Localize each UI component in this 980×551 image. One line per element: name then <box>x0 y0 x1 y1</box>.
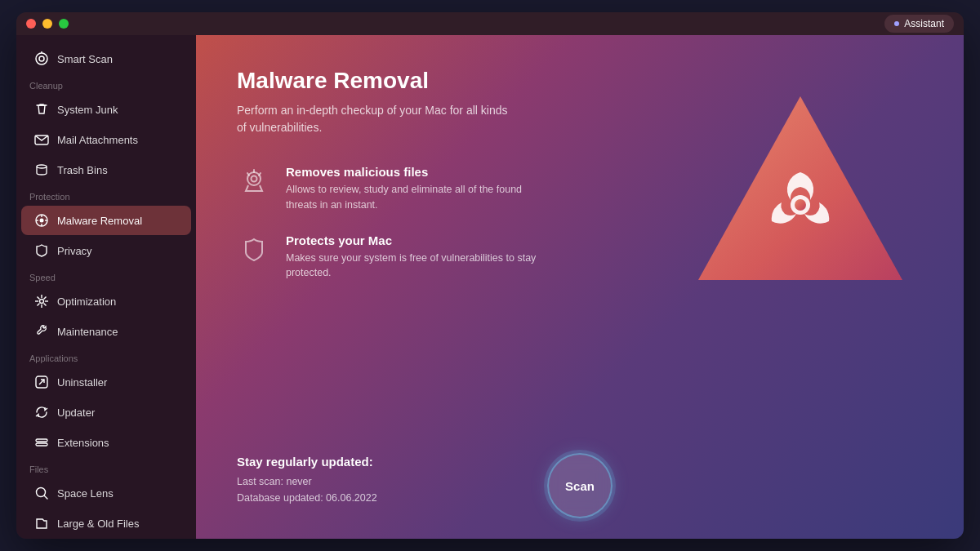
sidebar-item-privacy[interactable]: Privacy <box>21 236 191 265</box>
optimization-icon <box>34 294 49 309</box>
sidebar-item-system-junk[interactable]: System Junk <box>21 95 191 124</box>
feature-removes-malicious: Removes malicious files Allows to review… <box>237 165 547 213</box>
space-lens-icon <box>34 486 49 500</box>
system-junk-label: System Junk <box>57 104 118 116</box>
svg-point-31 <box>795 199 806 211</box>
svg-point-32 <box>247 172 261 185</box>
scan-button-wrap: Scan <box>547 453 612 518</box>
optimization-label: Optimization <box>57 295 116 308</box>
sidebar-item-malware-removal[interactable]: Malware Removal <box>21 206 191 235</box>
scan-button[interactable]: Scan <box>547 453 612 518</box>
extensions-icon <box>34 435 49 450</box>
smart-scan-label: Smart Scan <box>57 53 113 65</box>
svg-point-0 <box>36 53 47 64</box>
sidebar-item-trash-bins[interactable]: Trash Bins <box>21 155 191 184</box>
sidebar-item-maintenance[interactable]: Maintenance <box>21 317 191 346</box>
large-old-files-label: Large & Old Files <box>57 518 139 530</box>
svg-point-6 <box>40 219 44 223</box>
sidebar-item-mail-attachments[interactable]: Mail Attachments <box>21 125 191 154</box>
malware-icon <box>34 213 49 228</box>
svg-point-4 <box>37 165 47 168</box>
svg-line-15 <box>38 297 40 300</box>
content-area: Malware Removal Perform an in-depth chec… <box>196 35 964 539</box>
maximize-button[interactable] <box>59 19 69 29</box>
sidebar-item-smart-scan[interactable]: Smart Scan <box>21 44 191 73</box>
feature-removes-desc: Allows to review, study and eliminate al… <box>286 182 547 213</box>
svg-line-16 <box>44 304 47 306</box>
assistant-dot-icon <box>894 21 899 26</box>
smart-scan-icon <box>34 51 49 66</box>
trash-icon <box>34 162 49 177</box>
updater-label: Updater <box>57 407 95 419</box>
section-label-applications: Applications <box>16 347 196 367</box>
sidebar-item-space-lens[interactable]: Space Lens <box>21 478 191 508</box>
svg-line-21 <box>39 380 44 384</box>
space-lens-label: Space Lens <box>57 487 114 500</box>
mail-attachments-label: Mail Attachments <box>57 134 138 146</box>
feature-removes-title: Removes malicious files <box>286 165 547 179</box>
section-label-cleanup: Cleanup <box>16 74 196 94</box>
assistant-label: Assistant <box>904 18 944 29</box>
svg-point-1 <box>39 56 44 61</box>
feature-protects-desc: Makes sure your system is free of vulner… <box>286 251 547 282</box>
mail-icon <box>34 132 49 147</box>
protects-mac-icon <box>237 233 271 268</box>
sidebar-item-updater[interactable]: Updater <box>21 398 191 427</box>
feature-list: Removes malicious files Allows to review… <box>237 165 547 281</box>
section-label-speed: Speed <box>16 266 196 286</box>
titlebar: Assistant <box>16 12 964 35</box>
svg-line-25 <box>45 496 48 500</box>
sidebar: Smart Scan Cleanup System Junk <box>16 35 196 539</box>
feature-removes-text: Removes malicious files Allows to review… <box>286 165 547 213</box>
maintenance-label: Maintenance <box>57 326 118 338</box>
biohazard-illustration <box>686 84 915 313</box>
privacy-label: Privacy <box>57 245 92 257</box>
traffic-lights <box>26 19 69 29</box>
malware-removal-label: Malware Removal <box>57 215 142 227</box>
minimize-button[interactable] <box>42 19 52 29</box>
updater-icon <box>34 405 49 420</box>
close-button[interactable] <box>26 19 36 29</box>
svg-point-19 <box>40 300 44 304</box>
sidebar-item-optimization[interactable]: Optimization <box>21 287 191 316</box>
feature-protects-mac: Protects your Mac Makes sure your system… <box>237 233 547 282</box>
page-subtitle: Perform an in-depth checkup of your Mac … <box>237 102 514 136</box>
assistant-button[interactable]: Assistant <box>884 15 954 33</box>
removes-malicious-icon <box>237 165 271 199</box>
maintenance-icon <box>34 324 49 339</box>
svg-point-24 <box>37 488 46 497</box>
svg-line-17 <box>44 297 47 300</box>
svg-rect-23 <box>36 443 47 446</box>
system-junk-icon <box>34 102 49 117</box>
sidebar-item-uninstaller[interactable]: Uninstaller <box>21 367 191 397</box>
uninstaller-icon <box>34 375 49 389</box>
svg-line-18 <box>38 304 40 306</box>
feature-protects-title: Protects your Mac <box>286 233 547 247</box>
uninstaller-label: Uninstaller <box>57 376 107 389</box>
app-window: Assistant Smart Scan Cleanup <box>16 12 964 539</box>
svg-rect-22 <box>36 439 47 442</box>
main-content: Smart Scan Cleanup System Junk <box>16 35 964 539</box>
feature-protects-text: Protects your Mac Makes sure your system… <box>286 233 547 282</box>
section-label-files: Files <box>16 458 196 478</box>
section-label-protection: Protection <box>16 185 196 205</box>
sidebar-item-large-old-files[interactable]: Large & Old Files <box>21 509 191 538</box>
privacy-icon <box>34 243 49 258</box>
trash-bins-label: Trash Bins <box>57 164 108 176</box>
sidebar-item-extensions[interactable]: Extensions <box>21 428 191 457</box>
svg-point-36 <box>252 176 257 182</box>
large-files-icon <box>34 516 49 531</box>
extensions-label: Extensions <box>57 437 109 449</box>
